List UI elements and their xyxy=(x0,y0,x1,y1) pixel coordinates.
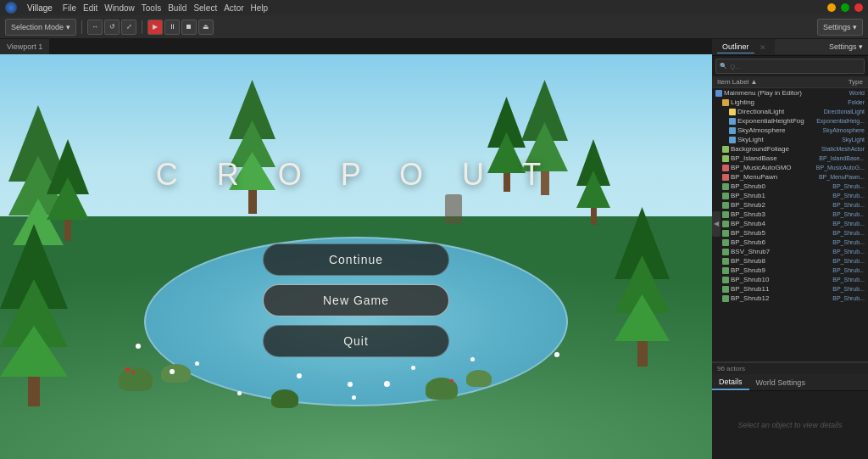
outliner-item[interactable]: BP_Shrub10BP_Shrub... xyxy=(712,275,868,284)
outliner-item-type: BP_MenuPawn... xyxy=(819,174,865,180)
menu-file[interactable]: File xyxy=(63,3,76,13)
shrub-icon xyxy=(722,267,729,274)
quit-button[interactable]: Quit xyxy=(263,325,449,357)
outliner-item-name: BP_Shrub0 xyxy=(731,182,831,190)
outliner-item[interactable]: BP_Shrub5BP_Shrub... xyxy=(712,228,868,238)
outliner-item[interactable]: BP_Shrub6BP_Shrub... xyxy=(712,238,868,247)
outliner-item[interactable]: BP_MenuPawnBP_MenuPawn... xyxy=(712,172,868,182)
outliner-item-type: Folder xyxy=(848,99,865,105)
folder-icon xyxy=(722,99,729,106)
menu-window[interactable]: Window xyxy=(104,3,135,13)
outliner-item[interactable]: BP_Shrub1BP_Shrub... xyxy=(712,191,868,200)
settings-button[interactable]: Settings ▾ xyxy=(817,19,863,36)
menu-actor[interactable]: Actor xyxy=(224,3,243,13)
outliner-item-type: SkyLight xyxy=(842,137,865,143)
details-empty-message: Select an object to view details xyxy=(737,421,842,429)
shrub-icon xyxy=(722,202,729,209)
outliner-item[interactable]: LightingFolder xyxy=(712,98,868,107)
outliner-item[interactable]: BP_Shrub12BP_Shrub... xyxy=(712,294,868,303)
outliner-item-type: StaticMeshActor xyxy=(821,146,865,152)
top-menu: File Edit Window Tools Build Select Acto… xyxy=(63,3,268,13)
outliner-item-name: SkyAtmosphere xyxy=(737,126,821,134)
outliner-item[interactable]: DirectionalLightDirectionalLight xyxy=(712,107,868,116)
outliner-item[interactable]: BP_Shrub4BP_Shrub... xyxy=(712,219,868,228)
toolbar-right: Settings ▾ xyxy=(817,19,863,36)
main-viewport-area: Viewport 1 xyxy=(0,39,712,459)
shrub-icon xyxy=(722,258,729,265)
play-button[interactable]: ▶ xyxy=(147,20,163,35)
pause-button[interactable]: ⏸ xyxy=(164,20,180,35)
details-tab[interactable]: Details xyxy=(712,374,749,390)
outliner-item[interactable]: BP_IslandBaseBP_IslandBase... xyxy=(712,154,868,163)
world-settings-tab[interactable]: World Settings xyxy=(749,374,812,390)
main-toolbar: Selection Mode ▾ ↔ ↺ ⤢ ▶ ⏸ ⏹ ⏏ Settings … xyxy=(0,15,868,39)
menu-select[interactable]: Select xyxy=(193,3,217,13)
outliner-item[interactable]: BP_Shrub8BP_Shrub... xyxy=(712,256,868,266)
outliner-item[interactable]: BP_Shrub0BP_Shrub... xyxy=(712,182,868,191)
outliner-item-type: BP_Shrub... xyxy=(832,193,865,199)
selection-mode-button[interactable]: Selection Mode ▾ xyxy=(5,19,76,36)
outliner-item-name: BP_Shrub1 xyxy=(731,192,831,199)
col-type-header: Type xyxy=(849,78,863,86)
outliner-item[interactable]: BP_Shrub9BP_Shrub... xyxy=(712,266,868,275)
selection-mode-label: Selection Mode xyxy=(11,23,64,31)
outliner-item[interactable]: BP_Shrub2BP_Shrub... xyxy=(712,200,868,210)
window-title: Village xyxy=(27,3,53,13)
outliner-item[interactable]: SkyLightSkyLight xyxy=(712,135,868,144)
menu-tools[interactable]: Tools xyxy=(142,3,161,13)
outliner-item-type: BP_Shrub... xyxy=(832,249,865,255)
outliner-search[interactable]: 🔍 Q... xyxy=(715,59,865,74)
new-game-button[interactable]: New Game xyxy=(263,284,449,316)
translate-tool[interactable]: ↔ xyxy=(87,20,103,35)
eject-button[interactable]: ⏏ xyxy=(198,20,214,35)
game-viewport[interactable]: C R O P O U T Continue New Game Quit xyxy=(0,54,712,459)
outliner-item-type: DirectionalLight xyxy=(824,109,865,115)
shrub-icon xyxy=(722,230,729,237)
menu-build[interactable]: Build xyxy=(168,3,186,13)
outliner-item[interactable]: BP_MusicAutoGMOBP_MusicAutoG... xyxy=(712,163,868,172)
outliner-item-name: BP_Shrub5 xyxy=(731,229,831,237)
world-icon xyxy=(715,90,722,97)
rotate-tool[interactable]: ↺ xyxy=(104,20,120,35)
outliner-item[interactable]: Mainmenu (Play in Editor)World xyxy=(712,88,868,98)
outliner-item-type: BP_Shrub... xyxy=(832,267,865,273)
shrub-icon xyxy=(722,295,729,302)
scale-tool[interactable]: ⤢ xyxy=(121,20,136,35)
maximize-button[interactable] xyxy=(841,3,849,12)
outliner-item-name: BP_Shrub10 xyxy=(731,276,831,283)
outliner-item-type: BP_Shrub... xyxy=(832,277,865,283)
outliner-item-type: BP_Shrub... xyxy=(832,239,865,245)
outliner-item-name: BP_Shrub3 xyxy=(731,210,831,218)
outliner-item-name: DirectionalLight xyxy=(737,108,822,115)
stop-button[interactable]: ⏹ xyxy=(181,20,197,35)
outliner-tab[interactable]: Outliner xyxy=(717,41,754,53)
outliner-item-name: BP_Shrub8 xyxy=(731,257,831,265)
details-panel: Details World Settings Select an object … xyxy=(712,374,868,459)
outliner-item[interactable]: SkyAtmosphereSkyAtmosphere xyxy=(712,126,868,135)
game-title: C R O P O U T xyxy=(156,157,557,193)
mesh-icon xyxy=(722,146,729,153)
outliner-item[interactable]: BSV_Shrub7BP_Shrub... xyxy=(712,247,868,256)
outliner-panel: Outliner ✕ World Partition 🔍 Q... Item L… xyxy=(712,39,868,362)
outliner-item-name: BP_Shrub6 xyxy=(731,238,831,246)
outliner-item[interactable]: BP_Shrub11BP_Shrub... xyxy=(712,284,868,294)
outliner-item-type: BP_Shrub... xyxy=(832,202,865,208)
menu-help[interactable]: Help xyxy=(251,3,269,13)
right-panel: Settings ▾ Outliner ✕ World Partition 🔍 … xyxy=(712,39,868,459)
outliner-item[interactable]: BackgroundFoliageStaticMeshActor xyxy=(712,144,868,154)
transform-tools: ↔ ↺ ⤢ xyxy=(87,20,136,35)
outliner-item[interactable]: ExponentialHeightFogExponentialHeig... xyxy=(712,116,868,126)
shrub-icon xyxy=(722,183,729,190)
outliner-item-name: BP_IslandBase xyxy=(731,154,817,162)
outliner-item-type: BP_MusicAutoG... xyxy=(816,165,865,171)
menu-edit[interactable]: Edit xyxy=(83,3,97,13)
sky-icon xyxy=(729,127,736,134)
continue-button[interactable]: Continue xyxy=(263,243,449,276)
panel-collapse-arrow[interactable]: ◀ xyxy=(712,211,721,237)
outliner-item[interactable]: BP_Shrub3BP_Shrub... xyxy=(712,210,868,219)
minimize-button[interactable] xyxy=(827,3,836,12)
settings-dropdown[interactable]: Settings ▾ xyxy=(775,39,868,54)
light-icon xyxy=(729,109,736,115)
outliner-item-name: BP_Shrub11 xyxy=(731,285,831,293)
close-button[interactable] xyxy=(854,3,863,12)
